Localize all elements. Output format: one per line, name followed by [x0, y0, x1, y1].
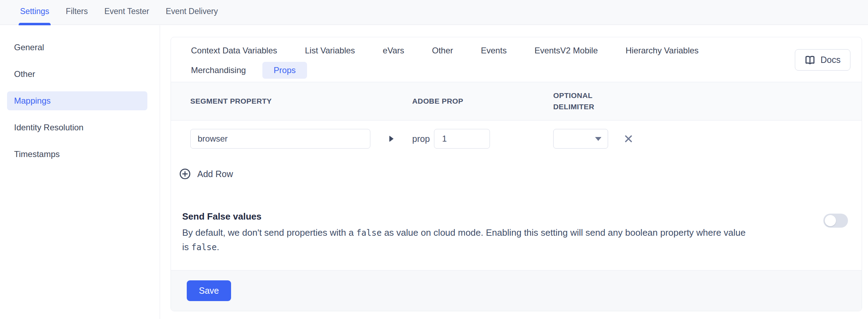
tab-hierarchy-variables[interactable]: Hierarchy Variables: [614, 42, 710, 59]
docs-button-label: Docs: [821, 55, 841, 65]
adobe-prop-cell: prop: [412, 129, 553, 149]
tab-eventsv2-mobile[interactable]: EventsV2 Mobile: [523, 42, 609, 59]
variable-tabs: Context Data Variables List Variables eV…: [180, 42, 770, 79]
adobe-prop-number-input[interactable]: [434, 129, 490, 149]
tab-props[interactable]: Props: [262, 62, 307, 79]
remove-row-icon[interactable]: [624, 134, 633, 144]
docs-button[interactable]: Docs: [795, 49, 850, 71]
book-open-icon: [805, 55, 815, 65]
segment-property-input[interactable]: [190, 129, 370, 149]
add-row-label: Add Row: [197, 169, 233, 179]
chevron-down-icon: [595, 137, 601, 141]
inline-code-false: false: [191, 242, 217, 252]
sidebar-item-mappings[interactable]: Mappings: [7, 91, 147, 110]
sidebar-item-identity-resolution[interactable]: Identity Resolution: [7, 118, 147, 137]
card-footer: Save: [171, 270, 862, 311]
toggle-knob: [825, 215, 836, 226]
column-header-optional-delimiter: OPTIONAL DELIMITER: [553, 90, 609, 112]
destination-nav-bar: Settings Filters Event Tester Event Deli…: [0, 0, 868, 25]
optional-delimiter-select[interactable]: [553, 129, 608, 149]
tab-events[interactable]: Events: [470, 42, 518, 59]
mapping-arrow-cell: [370, 136, 412, 142]
send-false-values-section: Send False values By default, we don't s…: [171, 211, 862, 254]
tab-merchandising[interactable]: Merchandising: [180, 62, 257, 79]
tab-context-data-variables[interactable]: Context Data Variables: [180, 42, 288, 59]
tab-filters[interactable]: Filters: [66, 7, 88, 16]
settings-sidebar-list: General Other Mappings Identity Resoluti…: [0, 25, 160, 164]
save-button[interactable]: Save: [187, 280, 231, 301]
destination-nav-tabs: Settings Filters Event Tester Event Deli…: [0, 0, 868, 16]
add-row-button[interactable]: Add Row: [179, 168, 233, 180]
mapping-table-header: SEGMENT PROPERTY ADOBE PROP OPTIONAL DEL…: [171, 82, 862, 121]
tab-other[interactable]: Other: [421, 42, 464, 59]
tab-event-tester[interactable]: Event Tester: [104, 7, 149, 16]
settings-sidebar: General Other Mappings Identity Resoluti…: [0, 25, 160, 319]
send-false-values-title: Send False values: [182, 211, 746, 222]
tab-settings[interactable]: Settings: [20, 7, 49, 16]
adobe-prop-prefix-label: prop: [412, 134, 430, 144]
mapping-row: prop: [190, 129, 842, 149]
circle-plus-icon: [179, 168, 191, 180]
tab-list-variables[interactable]: List Variables: [294, 42, 366, 59]
mappings-card: Context Data Variables List Variables eV…: [171, 37, 862, 311]
sidebar-item-other[interactable]: Other: [7, 65, 147, 84]
inline-code-false: false: [356, 228, 382, 238]
variable-tabs-bar: Context Data Variables List Variables eV…: [171, 37, 862, 82]
tab-evars[interactable]: eVars: [371, 42, 415, 59]
tab-event-delivery[interactable]: Event Delivery: [166, 7, 218, 16]
sidebar-item-general[interactable]: General: [7, 38, 147, 57]
send-false-values-text: Send False values By default, we don't s…: [182, 211, 746, 254]
column-header-adobe-prop: ADOBE PROP: [412, 97, 553, 105]
send-false-values-toggle[interactable]: [823, 214, 848, 228]
sidebar-item-timestamps[interactable]: Timestamps: [7, 145, 147, 164]
send-false-values-description: By default, we don't send properties wit…: [182, 226, 746, 254]
arrow-right-icon: [389, 136, 394, 142]
column-header-segment-property: SEGMENT PROPERTY: [190, 97, 412, 105]
mapping-table-body: prop Add Row: [171, 121, 862, 180]
